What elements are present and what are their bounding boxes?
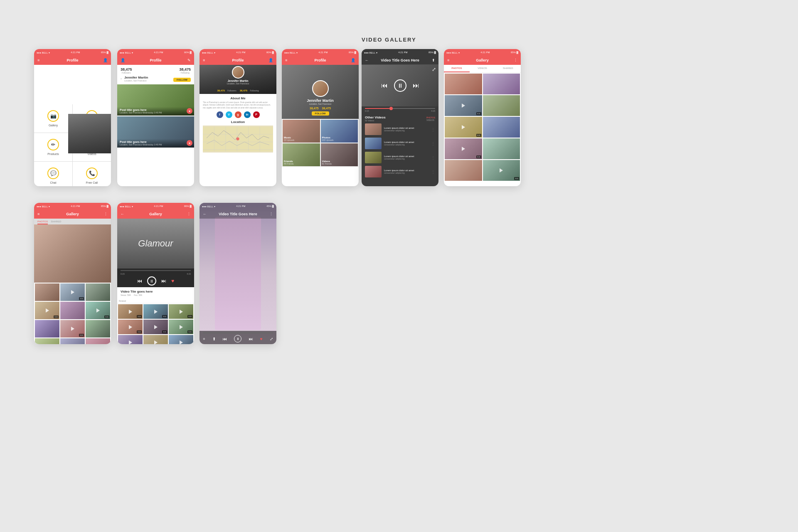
related-7[interactable]: 3:15 (118, 335, 143, 344)
pause-button[interactable]: ⏸ (394, 79, 406, 92)
gallery-friends[interactable]: Friends 45 Friends (283, 143, 320, 166)
vc-controls: ⏮ ⏸ ⏭ ♥ (121, 276, 191, 286)
sub-img-3[interactable] (86, 283, 110, 301)
hamburger-icon-6[interactable]: ≡ (447, 58, 449, 62)
hamburger-icon-3[interactable]: ≡ (203, 58, 205, 62)
related-1[interactable]: 3:15 (118, 304, 143, 319)
related-6[interactable]: 3:15 (169, 320, 193, 334)
sub-img-4[interactable]: 3:15 (35, 302, 59, 319)
menu-item-freecall[interactable]: 📞 Free Call (73, 162, 111, 186)
tab-shared-7[interactable]: SHARED (51, 220, 61, 224)
gallery-photos[interactable]: Photos 100 Uploads (321, 120, 358, 143)
sub-img-7[interactable] (35, 320, 59, 337)
vc-heart[interactable]: ♥ (171, 278, 174, 284)
related-3[interactable]: 3:15 (169, 304, 193, 319)
sub-img-6[interactable]: 3:15 (86, 302, 110, 319)
gallery-music[interactable]: Music 10 Uploads (283, 120, 320, 143)
related-5[interactable]: 3:15 (143, 320, 168, 334)
vc-rewind[interactable]: ⏮ (137, 278, 142, 284)
gallery-image-8[interactable] (483, 138, 520, 159)
gallery-image-5[interactable]: 3:15 (445, 117, 482, 138)
back-icon-9[interactable]: ← (203, 212, 207, 216)
more-icon-9[interactable]: ⋮ (269, 212, 273, 216)
bc-fullscreen[interactable]: ⤢ (270, 337, 273, 341)
sub-img-8[interactable]: 3:15 (60, 320, 85, 337)
forward-button[interactable]: ⏭ (413, 82, 419, 89)
vc-forward[interactable]: ⏭ (161, 278, 166, 284)
related-9[interactable]: 3:15 (169, 335, 193, 344)
gallery-grid-4: Music 10 Uploads Photos 100 Uploads Frie… (282, 119, 359, 167)
fullscreen-button[interactable]: ⤢ (432, 66, 436, 72)
hamburger-icon-4[interactable]: ≡ (285, 58, 287, 62)
other-videos-section: Other Videos 50 Videos PHOTOS VIDEOS Lor… (362, 114, 438, 182)
related-2[interactable]: 3:15 (143, 304, 168, 319)
gallery-videos[interactable]: Videos 81 Friends (321, 143, 358, 166)
back-icon-8[interactable]: ← (121, 212, 124, 216)
more-icon-8[interactable]: ⋮ (187, 212, 191, 216)
gallery-image-1[interactable] (445, 74, 482, 94)
more-icon-6[interactable]: ⋮ (514, 58, 517, 62)
back-icon-5[interactable]: ← (365, 58, 369, 62)
linkedin-icon[interactable]: in (244, 111, 251, 118)
googleplus-icon[interactable]: g (235, 111, 241, 118)
sub-img-5[interactable] (60, 302, 85, 319)
followers-count-3: 38,475 (217, 89, 224, 92)
vc-play-pause[interactable]: ⏸ (147, 276, 156, 286)
sub-img-9[interactable] (86, 320, 110, 337)
gallery-image-7[interactable]: 3:15 (445, 138, 482, 159)
bottom-progress-track[interactable] (203, 332, 273, 333)
gallery-image-2[interactable] (483, 74, 520, 94)
glamour-image: Glamour (117, 219, 194, 268)
menu-item-chat[interactable]: 💬 Chat (34, 162, 72, 186)
user-icon-4[interactable]: 👤 (351, 58, 355, 62)
share-icon-5[interactable]: ⬆ (432, 58, 435, 62)
related-4[interactable]: 3:15 (118, 320, 143, 334)
related-8[interactable]: 3:15 (143, 335, 168, 344)
hamburger-icon-2[interactable]: 👤 (121, 58, 125, 62)
heart-button-1[interactable]: ♥ (187, 108, 192, 114)
gallery-image-9[interactable] (445, 160, 482, 181)
gallery-full-image[interactable] (34, 224, 111, 283)
vc-progress[interactable] (121, 270, 191, 271)
gallery-image-3[interactable]: 3:15 (445, 95, 482, 116)
rewind-button[interactable]: ⏮ (381, 82, 388, 89)
tab-videos[interactable]: VIDEOS (470, 65, 495, 72)
follow-button-2[interactable]: FOLLOW (173, 78, 191, 82)
menu-item-products[interactable]: ✏ Products (34, 133, 72, 161)
bc-add[interactable]: + (203, 337, 205, 341)
video-more-4[interactable]: ⋮ (431, 170, 435, 174)
bc-share[interactable]: ⬆ (212, 337, 216, 341)
facebook-icon[interactable]: f (217, 111, 223, 118)
bc-rewind[interactable]: ⏮ (223, 337, 227, 341)
gallery-image-4[interactable] (483, 95, 520, 116)
video-more-3[interactable]: ⋮ (431, 155, 435, 160)
sub-img-11[interactable] (60, 338, 85, 344)
bc-heart[interactable]: ♥ (260, 337, 263, 341)
gallery-image-6[interactable] (483, 117, 520, 138)
video-more-2[interactable]: ⋮ (431, 141, 435, 146)
user-icon-2[interactable]: ✎ (187, 58, 191, 62)
sub-img-12[interactable]: 3:15 (86, 338, 110, 344)
vimeo-icon[interactable]: V (226, 111, 232, 118)
hamburger-icon[interactable]: ≡ (37, 58, 39, 62)
bc-forward[interactable]: ⏭ (249, 337, 253, 341)
sub-img-2[interactable]: 3:15 (60, 283, 85, 301)
more-icon-7[interactable]: ⋮ (104, 212, 108, 216)
heart-button-2[interactable]: ♥ (187, 140, 192, 146)
video-more-1[interactable]: ⋮ (431, 127, 435, 132)
hamburger-icon-7[interactable]: ≡ (37, 212, 39, 216)
menu-item-gallery[interactable]: 📷 Gallery (34, 104, 72, 133)
video-info-section: Video Tile goes here Views: 50K Fav: 50K (117, 287, 194, 299)
follow-button-4[interactable]: FOLLOW (312, 111, 329, 116)
tab-photos-7[interactable]: PHOTOS (37, 220, 48, 224)
sub-img-1[interactable] (35, 283, 59, 301)
tab-shared[interactable]: SHARED (495, 65, 521, 72)
progress-track[interactable] (365, 108, 435, 109)
bc-play-pause[interactable]: ⏸ (234, 335, 241, 342)
pinterest-icon[interactable]: P (253, 111, 260, 118)
sub-img-10[interactable] (35, 338, 59, 344)
gallery-image-10[interactable]: 3:15 (483, 160, 520, 181)
tab-photos[interactable]: PHOTOS (444, 65, 470, 72)
user-icon-3[interactable]: 👤 (268, 58, 273, 62)
user-icon[interactable]: 👤 (103, 58, 108, 62)
